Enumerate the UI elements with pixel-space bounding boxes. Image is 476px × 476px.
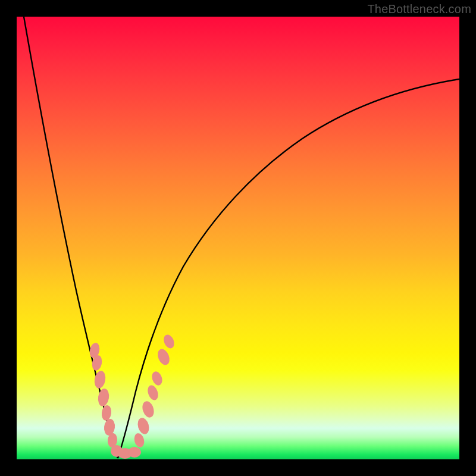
svg-point-11 <box>136 416 151 436</box>
svg-point-15 <box>155 347 171 367</box>
svg-point-14 <box>150 370 164 387</box>
svg-point-3 <box>97 388 110 407</box>
svg-point-12 <box>140 400 156 419</box>
svg-point-9 <box>128 447 141 458</box>
chart-frame: TheBottleneck.com <box>0 0 476 476</box>
curve-layer <box>17 17 459 459</box>
curve-right-branch <box>118 79 459 458</box>
svg-point-13 <box>146 384 160 402</box>
attribution-text: TheBottleneck.com <box>367 2 471 16</box>
svg-point-16 <box>162 333 176 350</box>
marker-group <box>88 333 176 459</box>
svg-point-10 <box>133 432 145 448</box>
svg-point-4 <box>101 405 112 421</box>
plot-area <box>17 17 459 459</box>
